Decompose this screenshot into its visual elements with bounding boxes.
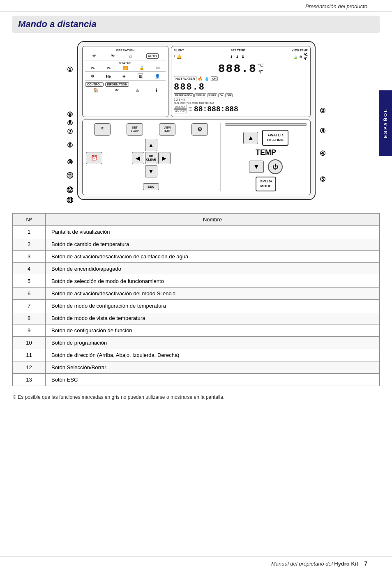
day-wed: WED	[192, 102, 198, 104]
page-header: Presentación del producto	[0, 0, 392, 12]
temp-big-label: TEMP	[256, 148, 276, 157]
power-btn[interactable]: ⏻	[268, 159, 283, 174]
on-btn: ON	[218, 93, 224, 97]
table-cell-num: 10	[13, 337, 46, 349]
remote-control: OPERATION ✳ ☀ ⌂ AUTO STATUS W₁ W₂ 📶 🔒 ⚙	[77, 41, 316, 200]
thermometer2-icon: 🌡	[235, 54, 240, 59]
simple-btn: SIMPLE	[194, 93, 206, 97]
day-mon: MON	[180, 102, 186, 104]
weekly-label: WEEKLY	[174, 105, 187, 109]
temp-up-btn[interactable]: ▲	[243, 132, 258, 144]
table-cell-num: 9	[13, 324, 46, 337]
table-cell-num: 3	[13, 251, 46, 263]
footer-page: 7	[364, 560, 367, 567]
weekly-holiday-btns: WEEKLY HOLIDAY	[174, 105, 187, 113]
nav-left-btn[interactable]: ◀	[132, 152, 144, 164]
main-display: 888.8	[218, 62, 257, 75]
table-header-name: Nombre	[46, 214, 380, 226]
grid-icon: ▦	[138, 73, 143, 79]
nav-cross: ▲ ◀ OKCLEAR ▶ ▼	[132, 139, 171, 177]
display-icons-row: ᶻ 🔔 🌡 🌡 🌡 🍃 ❄ °C	[174, 53, 308, 61]
settings-icon: ⚙	[156, 66, 160, 70]
footer-text: Manual del propietario del Hydro Kit 7	[271, 560, 367, 567]
degree-symbols: °C °F	[304, 53, 308, 61]
frost-icon: ❄	[91, 74, 94, 78]
table-row: 11Botón de dirección (Arriba, Abajo, Izq…	[13, 349, 380, 361]
divider2	[85, 71, 166, 72]
callout-2: ②	[320, 107, 325, 115]
f-display: °F	[258, 69, 263, 75]
hot-water-icons: 🔥 💧 ON	[198, 76, 218, 81]
table-cell-num: 2	[13, 238, 46, 251]
secondary-display: 888.8	[174, 82, 308, 92]
day-thu: THU	[199, 102, 204, 104]
day-tue: TUE	[187, 102, 191, 104]
table-row: 9Botón de configuración de función	[13, 324, 380, 337]
temp-down-btn[interactable]: ▼	[249, 161, 264, 173]
callout-13: ⑬	[67, 196, 73, 205]
temp-slider[interactable]	[225, 123, 307, 126]
info-icon: ℹ	[156, 88, 157, 92]
snowflake-icon: ✳	[92, 53, 96, 59]
table-cell-name: Botón de encendido/apagado	[46, 263, 380, 275]
callout-6: ⑥	[67, 141, 73, 149]
divider3	[85, 80, 166, 81]
table-cell-name: Botón Selección/Borrar	[46, 361, 380, 374]
oper-mode-text: OPER●MODE	[260, 179, 272, 189]
settings-btn[interactable]: ⚙	[191, 123, 208, 136]
hemode-icon: He	[106, 74, 111, 78]
nav-down-btn[interactable]: ▼	[145, 165, 157, 177]
water-heating-row: ▲ ●WATERHEATING	[243, 130, 288, 146]
table-cell-num: 6	[13, 288, 46, 300]
set-temp-label: SET TEMP	[231, 49, 245, 52]
callout-5: ⑤	[320, 175, 325, 183]
page-footer: Manual del propietario del Hydro Kit 7	[0, 557, 392, 567]
table-cell-name: Botón de configuración de función	[46, 324, 380, 337]
hot-water-label: HOT WATER	[174, 76, 196, 81]
c-display: °C	[258, 62, 263, 69]
thermometer1-icon: 🌡	[229, 54, 234, 59]
table-cell-name: Pantalla de visualización	[46, 226, 380, 238]
pm-label: PM	[189, 109, 192, 112]
am-label: AM	[189, 106, 192, 109]
temp-unit-display: °C °F	[258, 62, 263, 75]
fahrenheit-label: °F	[304, 57, 308, 61]
esc-row: ESC	[86, 181, 216, 190]
view-temp-icons: 🍃 ❄ °C °F	[293, 53, 308, 61]
table-cell-name: Botón de programación	[46, 337, 380, 349]
language-label: ESPAÑOL	[383, 108, 388, 138]
table-cell-name: Botón ESC	[46, 374, 380, 386]
left-callouts: ① ⑨ ⑧ ⑦ ⑥ ⑩ ⑪ ⑫ ⑬	[67, 66, 73, 205]
silent-btn[interactable]: ᶻ	[94, 123, 111, 136]
hw-icon2: 💧	[204, 76, 209, 81]
parts-table-section: Nº Nombre 1Pantalla de visualización2Bot…	[12, 213, 380, 386]
callout-11: ⑪	[67, 172, 73, 180]
footnote: ❊ Es posible que las funciones marcadas …	[12, 394, 380, 400]
day-sat: SAT	[210, 102, 214, 104]
status-label: STATUS	[85, 62, 166, 64]
table-row: 8Botón de modo de vista de temperatura	[13, 312, 380, 324]
right-callouts: ② ③ ④ ⑤	[320, 107, 325, 183]
reservation-row: RESERVATION SIMPLE SLEEP ON OFF	[174, 93, 308, 97]
callout-7: ⑦	[67, 128, 73, 136]
view-temp-btn[interactable]: VIEWTEMP	[159, 123, 175, 136]
table-row: 4Botón de encendido/apagado	[13, 263, 380, 275]
nav-right-btn[interactable]: ▶	[158, 152, 171, 164]
left-panel: OPERATION ✳ ☀ ⌂ AUTO STATUS W₁ W₂ 📶 🔒 ⚙	[82, 46, 168, 117]
table-cell-name: Botón de cambio de temperatura	[46, 238, 380, 251]
set-temp-btn[interactable]: SETTEMP	[127, 123, 143, 136]
view-temp-label: VIEW TEMP	[292, 49, 308, 52]
hot-water-row: HOT WATER 🔥 💧 ON	[174, 76, 308, 81]
top-btn-row: ᶻ SETTEMP VIEWTEMP ⚙	[86, 123, 216, 136]
footer-main-text: Manual del propietario del	[271, 561, 333, 567]
nav-ok-btn[interactable]: OKCLEAR	[145, 152, 157, 164]
water-heating-box: ●WATERHEATING	[262, 130, 288, 146]
thermometer3-icon: 🌡	[241, 54, 245, 59]
table-row: 5Botón de selección de modo de funcionam…	[13, 275, 380, 288]
nav-up-btn[interactable]: ▲	[145, 139, 157, 151]
table-cell-name: Botón de modo de vista de temperatura	[46, 312, 380, 324]
table-cell-num: 7	[13, 300, 46, 312]
program-btn[interactable]: ⏰	[86, 152, 102, 164]
table-cell-num: 13	[13, 374, 46, 386]
esc-btn[interactable]: ESC	[143, 183, 159, 190]
